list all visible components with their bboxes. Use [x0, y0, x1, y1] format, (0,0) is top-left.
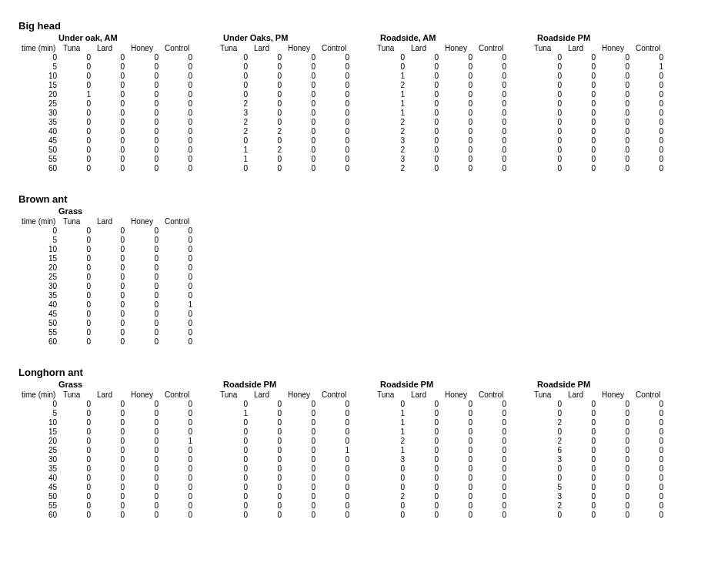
table-row: 0000 [531, 409, 666, 418]
value-cell: 0 [599, 418, 633, 427]
table-row: 2000 [374, 118, 509, 127]
value-cell: 0 [531, 90, 565, 99]
column-header: Lard [565, 390, 599, 400]
table-row: 0000 [217, 427, 352, 437]
time-cell: 10 [18, 418, 60, 427]
table-row: 0000 [217, 164, 352, 173]
table-row: 2000 [531, 501, 666, 511]
value-cell: 0 [94, 409, 128, 418]
value-cell: 0 [285, 455, 319, 464]
value-cell: 0 [476, 400, 509, 409]
value-cell: 0 [60, 118, 94, 127]
value-cell: 0 [162, 127, 195, 136]
value-cell: 0 [60, 164, 94, 173]
column-header: Control [476, 44, 509, 53]
value-cell: 0 [633, 446, 666, 455]
value-cell: 0 [94, 328, 128, 337]
value-cell: 0 [442, 99, 476, 109]
value-cell: 0 [476, 53, 509, 62]
value-cell: 0 [251, 492, 285, 501]
value-cell: 0 [408, 118, 442, 127]
value-cell: 0 [408, 511, 442, 520]
value-cell: 0 [633, 483, 666, 492]
value-cell: 0 [599, 501, 633, 511]
table-row: 300000 [18, 109, 195, 118]
data-block: Roadside PMTunaLardHoneyControl000000010… [531, 33, 666, 173]
value-cell: 0 [94, 291, 128, 300]
column-header: Control [319, 44, 352, 53]
value-cell: 0 [128, 437, 162, 446]
value-cell: 0 [251, 427, 285, 437]
value-cell: 0 [319, 136, 352, 146]
value-cell: 0 [128, 337, 162, 347]
value-cell: 3 [217, 109, 251, 118]
value-cell: 5 [531, 483, 565, 492]
value-cell: 0 [599, 464, 633, 474]
value-cell: 0 [565, 155, 599, 164]
value-cell: 0 [565, 464, 599, 474]
table-row: 0000 [217, 90, 352, 99]
value-cell: 0 [162, 90, 195, 99]
table-row: 500000 [18, 492, 195, 501]
value-cell: 3 [531, 455, 565, 464]
value-cell: 0 [319, 164, 352, 173]
value-cell: 0 [442, 72, 476, 81]
table-row: 0001 [217, 446, 352, 455]
value-cell: 0 [285, 427, 319, 437]
value-cell: 0 [94, 62, 128, 72]
value-cell: 0 [374, 501, 408, 511]
value-cell: 0 [251, 400, 285, 409]
time-cell: 60 [18, 164, 60, 173]
value-cell: 0 [319, 90, 352, 99]
value-cell: 0 [60, 310, 94, 319]
table-row: 00000 [18, 226, 195, 236]
value-cell: 0 [476, 511, 509, 520]
value-cell: 0 [60, 409, 94, 418]
column-header: Tuna [531, 44, 565, 53]
value-cell: 0 [565, 127, 599, 136]
value-cell: 0 [60, 483, 94, 492]
value-cell: 0 [94, 118, 128, 127]
value-cell: 0 [94, 483, 128, 492]
value-cell: 0 [162, 164, 195, 173]
value-cell: 0 [565, 118, 599, 127]
value-cell: 0 [633, 511, 666, 520]
value-cell: 0 [128, 263, 162, 273]
value-cell: 2 [374, 492, 408, 501]
table-row: 0000 [217, 474, 352, 483]
time-cell: 50 [18, 146, 60, 155]
value-cell: 0 [94, 501, 128, 511]
value-cell: 0 [476, 492, 509, 501]
value-cell: 2 [531, 501, 565, 511]
value-cell: 0 [128, 400, 162, 409]
value-cell: 0 [128, 492, 162, 501]
time-cell: 0 [18, 53, 60, 62]
table-row: 1000 [374, 72, 509, 81]
value-cell: 0 [94, 337, 128, 347]
value-cell: 0 [599, 446, 633, 455]
value-cell: 0 [285, 62, 319, 72]
time-header: time (min) [18, 390, 60, 400]
value-cell: 0 [374, 464, 408, 474]
value-cell: 0 [94, 90, 128, 99]
value-cell: 2 [217, 118, 251, 127]
data-table: TunaLardHoneyControl00000001000000000000… [531, 44, 666, 173]
column-header: Lard [94, 44, 128, 53]
table-row: 0000 [531, 118, 666, 127]
table-row: 600000 [18, 164, 195, 173]
value-cell: 0 [599, 99, 633, 109]
table-row: 0000 [217, 72, 352, 81]
value-cell: 0 [442, 164, 476, 173]
value-cell: 0 [217, 446, 251, 455]
value-cell: 2 [374, 81, 408, 90]
value-cell: 0 [285, 53, 319, 62]
value-cell: 0 [94, 127, 128, 136]
value-cell: 0 [128, 300, 162, 310]
value-cell: 0 [60, 464, 94, 474]
value-cell: 0 [217, 62, 251, 72]
value-cell: 1 [217, 155, 251, 164]
value-cell: 0 [374, 400, 408, 409]
block-row: Grasstime (min)TunaLardHoneyControl00000… [18, 380, 710, 520]
value-cell: 0 [408, 474, 442, 483]
value-cell: 1 [319, 446, 352, 455]
